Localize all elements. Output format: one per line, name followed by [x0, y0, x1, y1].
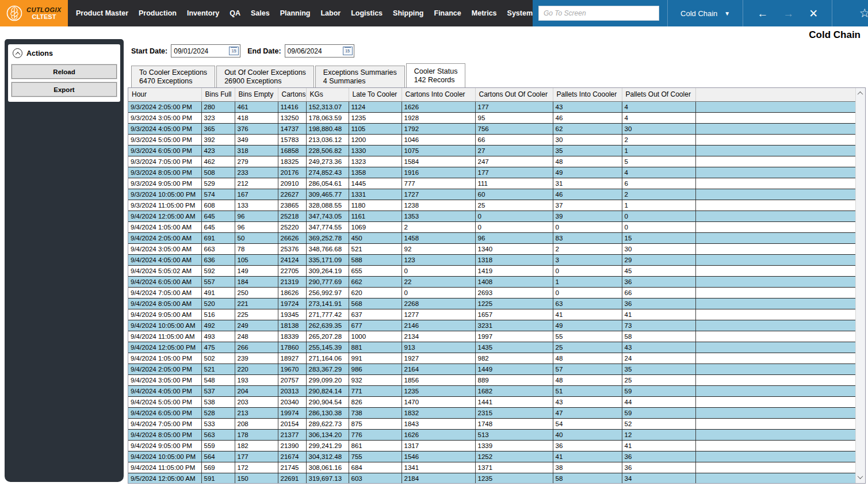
calendar-icon[interactable]: 15	[343, 47, 353, 55]
table-row[interactable]: 9/3/2024 11:05:00 PM60813323865328,088.5…	[128, 200, 855, 211]
close-icon[interactable]: ✕	[809, 8, 818, 19]
table-row[interactable]: 9/4/2024 1:05:00 AM6459625220347,774.551…	[128, 221, 855, 232]
table-row[interactable]: 9/4/2024 12:05:00 AM6459625218347,743.05…	[128, 211, 855, 221]
table-row[interactable]: 9/4/2024 6:05:00 PM52821319974286,130.38…	[128, 407, 855, 418]
favorite-star-icon[interactable]: ☆	[859, 6, 868, 20]
column-header-cartons-into-cooler[interactable]: Cartons Into Cooler	[402, 88, 475, 101]
scroll-down-icon[interactable]	[858, 475, 863, 480]
table-row[interactable]: 9/4/2024 3:05:00 AM6637825376348,766.685…	[128, 243, 855, 254]
table-cell: 271,777.42	[306, 309, 349, 320]
nav-item-sales[interactable]: Sales	[251, 9, 270, 17]
back-arrow-icon[interactable]: ←	[757, 8, 768, 19]
table-cell: 369,252.78	[306, 232, 349, 243]
nav-item-system[interactable]: System	[507, 9, 533, 17]
column-header-pallets-into-coooler[interactable]: Pallets Into Coooler	[553, 88, 622, 101]
nav-item-production[interactable]: Production	[139, 9, 177, 17]
nav-item-logistics[interactable]: Logistics	[351, 9, 383, 17]
table-cell: 9/4/2024 2:05:00 PM	[128, 363, 201, 374]
table-row[interactable]: 9/4/2024 4:05:00 AM63610524124335,171.09…	[128, 254, 855, 265]
nav-item-planning[interactable]: Planning	[280, 9, 311, 17]
end-date-input[interactable]	[285, 47, 343, 55]
column-header-bins-empty[interactable]: Bins Empty	[235, 88, 278, 101]
table-row[interactable]: 9/4/2024 9:05:00 PM55918221390299,241.29…	[128, 440, 855, 451]
table-row[interactable]: 9/3/2024 10:05:00 PM57416722627309,465.7…	[128, 189, 855, 200]
tab-to-cooler-exceptions[interactable]: To Cooler Exceptions6470 Exceptions	[131, 66, 215, 87]
column-header-kgs[interactable]: KGs	[306, 88, 349, 101]
table-row[interactable]: 9/4/2024 9:05:00 AM51622519345271,777.42…	[128, 309, 855, 320]
table-cell: 637	[349, 309, 402, 320]
table-row[interactable]: 9/3/2024 4:05:00 PM36537614737198,880.48…	[128, 123, 855, 134]
table-cell: 563	[201, 429, 235, 440]
table-row[interactable]: 9/5/2024 12:05:00 AM59115022691319,697.1…	[128, 473, 855, 483]
screen-dropdown[interactable]: Cold Chain ▼	[668, 0, 743, 26]
table-row[interactable]: 9/4/2024 8:05:00 AM52022119724273,141.91…	[128, 298, 855, 309]
table-row[interactable]: 9/3/2024 9:05:00 PM52921220910286,054.61…	[128, 178, 855, 189]
table-row[interactable]: 9/4/2024 12:05:00 PM47526617860255,145.3…	[128, 342, 855, 353]
table-cell: 66	[475, 134, 553, 145]
tab-exceptions-summaries[interactable]: Exceptions Summaries4 Summaries	[315, 66, 405, 87]
table-cell: 51	[553, 385, 622, 396]
nav-item-finance[interactable]: Finance	[434, 9, 461, 17]
table-row[interactable]: 9/4/2024 1:05:00 PM50223918927271,164.06…	[128, 353, 855, 363]
table-row[interactable]: 9/4/2024 3:05:00 PM54819320757299,099.20…	[128, 374, 855, 385]
table-cell: 36	[622, 462, 695, 473]
table-row[interactable]: 9/4/2024 11:05:00 AM49324818339265,207.2…	[128, 331, 855, 342]
table-cell: 1832	[402, 407, 475, 418]
table-row[interactable]: 9/4/2024 7:05:00 PM53320820154289,622.73…	[128, 418, 855, 429]
table-cell: 2	[402, 221, 475, 232]
column-header-hour[interactable]: Hour	[128, 88, 201, 101]
nav-item-metrics[interactable]: Metrics	[472, 9, 497, 17]
table-cell: 9/4/2024 10:05:00 AM	[128, 320, 201, 331]
table-row[interactable]: 9/4/2024 10:05:00 AM49224918138262,639.3…	[128, 320, 855, 331]
table-row[interactable]: 9/4/2024 2:05:00 AM6915026626369,252.784…	[128, 232, 855, 243]
table-cell: 348,766.68	[306, 243, 349, 254]
table-row[interactable]: 9/4/2024 5:05:02 AM59214922705309,264.19…	[128, 265, 855, 276]
table-row[interactable]: 9/4/2024 6:05:00 AM55718421319290,777.69…	[128, 276, 855, 287]
table-cell: 13250	[278, 112, 306, 123]
table-row[interactable]: 9/4/2024 4:05:00 PM53720420313290,824.14…	[128, 385, 855, 396]
tab-cooler-status[interactable]: Cooler Status142 Records	[406, 63, 466, 87]
nav-item-product-master[interactable]: Product Master	[76, 9, 128, 17]
nav-item-labor[interactable]: Labor	[320, 9, 341, 17]
scroll-up-icon[interactable]	[858, 91, 863, 96]
column-header-bins-full[interactable]: Bins Full	[201, 88, 235, 101]
table-row[interactable]: 9/3/2024 6:05:00 PM42331816858228,506.82…	[128, 145, 855, 156]
column-header-pallets-out-of-cooler[interactable]: Pallets Out Of Cooler	[622, 88, 695, 101]
table-row[interactable]: 9/3/2024 7:05:00 PM46227918325249,273.36…	[128, 156, 855, 167]
reload-button[interactable]: Reload	[12, 64, 117, 79]
table-row[interactable]: 9/4/2024 5:05:00 PM53820320340290,904.54…	[128, 396, 855, 407]
table-cell: 41	[622, 440, 695, 451]
table-row[interactable]: 9/4/2024 8:05:00 PM56317821377306,134.20…	[128, 429, 855, 440]
tab-out-of-cooler-exceptions[interactable]: Out Of Cooler Exceptions26900 Exceptions	[216, 66, 314, 87]
nav-item-qa[interactable]: QA	[230, 9, 240, 17]
table-row[interactable]: 9/3/2024 5:05:00 PM39234915783213,036.12…	[128, 134, 855, 145]
table-row[interactable]: 9/3/2024 2:05:00 PM28046111416152,313.07…	[128, 101, 855, 112]
calendar-icon[interactable]: 15	[229, 47, 239, 55]
table-cell: 150	[235, 473, 278, 483]
app-logo[interactable]: CUTLOGIX CLTEST	[0, 0, 68, 26]
nav-item-shipping[interactable]: Shipping	[393, 9, 423, 17]
table-cell: 2134	[402, 331, 475, 342]
table-cell: 193	[235, 374, 278, 385]
table-cell: 21390	[278, 440, 306, 451]
column-header-cartons-out-of-cooler[interactable]: Cartons Out Of Cooler	[475, 88, 553, 101]
table-cell: 262,639.35	[306, 320, 349, 331]
goto-screen-input[interactable]	[538, 6, 659, 21]
column-header-late-to-cooler[interactable]: Late To Cooler	[349, 88, 402, 101]
vertical-scrollbar[interactable]	[855, 88, 865, 483]
table-cell: 9/3/2024 3:05:00 PM	[128, 112, 201, 123]
table-cell-filler	[695, 331, 855, 342]
table-row[interactable]: 9/3/2024 8:05:00 PM50823320176274,852.43…	[128, 167, 855, 178]
table-row[interactable]: 9/4/2024 10:05:00 PM56417721674304,312.4…	[128, 451, 855, 462]
column-header-cartons[interactable]: Cartons	[278, 88, 306, 101]
forward-arrow-icon[interactable]: →	[783, 8, 794, 19]
table-row[interactable]: 9/3/2024 3:05:00 PM32341813250178,063.59…	[128, 112, 855, 123]
table-row[interactable]: 9/4/2024 11:05:00 PM56917221745308,061.1…	[128, 462, 855, 473]
table-cell: 198,880.48	[306, 123, 349, 134]
table-row[interactable]: 9/4/2024 7:05:00 AM49125018626256,992.97…	[128, 287, 855, 298]
table-row[interactable]: 9/4/2024 2:05:00 PM52122019670283,367.29…	[128, 363, 855, 374]
export-button[interactable]: Export	[12, 82, 117, 97]
start-date-input[interactable]	[171, 47, 229, 55]
collapse-panel-icon[interactable]	[13, 48, 22, 58]
nav-item-inventory[interactable]: Inventory	[187, 9, 219, 17]
